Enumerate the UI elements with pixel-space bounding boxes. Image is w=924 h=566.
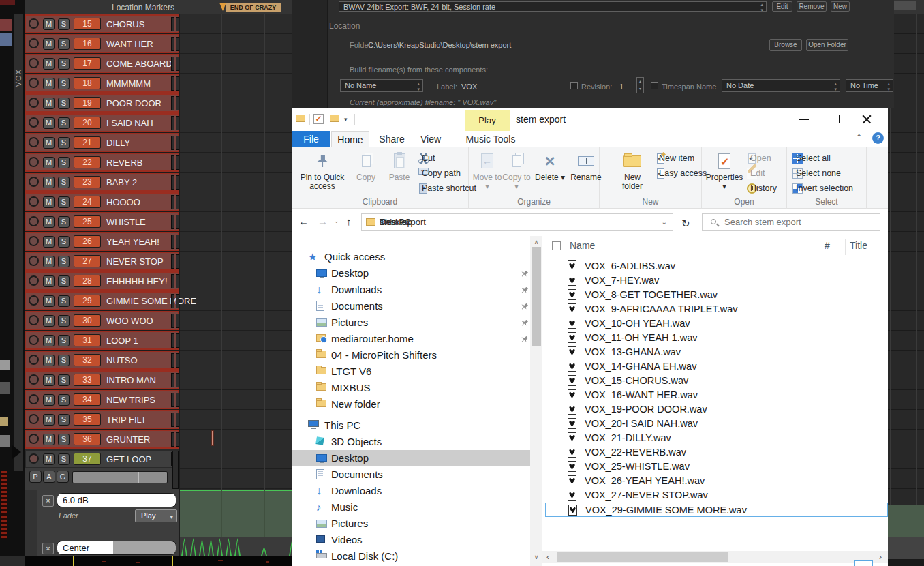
track-row[interactable]: MS37GET LOOP (25, 449, 179, 468)
solo-button[interactable]: S (58, 117, 70, 129)
file-row[interactable]: VOX_19-POOR DOOR.wav (542, 402, 888, 417)
file-row[interactable]: VOX_11-OH YEAH 1.wav (542, 331, 888, 345)
track-row[interactable]: MS15CHORUS (25, 14, 179, 33)
solo-button[interactable]: S (58, 78, 70, 89)
record-arm-button[interactable] (29, 236, 39, 246)
mute-button[interactable]: M (43, 18, 55, 30)
record-arm-button[interactable] (29, 177, 39, 187)
mute-button[interactable]: M (43, 58, 55, 70)
track-row[interactable]: MS18MMMMMM (25, 74, 179, 93)
record-arm-button[interactable] (29, 275, 39, 286)
record-arm-button[interactable] (29, 98, 39, 108)
solo-button[interactable]: S (58, 434, 70, 445)
solo-button[interactable]: S (58, 315, 70, 327)
record-arm-button[interactable] (29, 315, 39, 325)
record-arm-button[interactable] (29, 453, 39, 464)
forward-icon[interactable]: → (318, 215, 328, 227)
close-envelope-button[interactable]: × (42, 543, 54, 554)
export-preset-dropdown[interactable]: BWAV 24bit Export: BWF, 24-bit, Session … (339, 1, 767, 12)
record-arm-button[interactable] (29, 295, 39, 306)
solo-button[interactable]: S (58, 38, 70, 50)
recent-locations-icon[interactable]: ⌄ (334, 218, 339, 224)
solo-button[interactable]: S (58, 177, 70, 188)
close-button[interactable] (856, 110, 878, 128)
mute-button[interactable]: M (43, 374, 55, 386)
track-row[interactable]: MS27NEVER STOP (25, 252, 179, 271)
sidebar-item-desktop[interactable]: Desktop (292, 265, 530, 282)
record-arm-button[interactable] (29, 355, 39, 365)
track-row[interactable]: MS29GIMMIE SOME MORE (25, 291, 179, 310)
solo-button[interactable]: S (58, 275, 70, 287)
mute-button[interactable]: M (43, 177, 55, 188)
track-row[interactable]: MS32NUTSO (25, 351, 179, 370)
solo-button[interactable]: S (58, 374, 70, 386)
track-row[interactable]: MS19POOR DOOR (25, 93, 179, 113)
mute-button[interactable]: M (43, 78, 55, 89)
scrollbar-thumb[interactable] (557, 552, 728, 562)
sidebar-scrollbar[interactable]: ∧ ∨ (530, 236, 542, 566)
file-row[interactable]: VOX_16-WANT HER.wav (542, 388, 888, 402)
new-folder-button[interactable]: New folder (613, 150, 651, 195)
mute-button[interactable]: M (43, 355, 55, 366)
sidebar-item-documents[interactable]: Documents (292, 466, 530, 483)
mute-button[interactable]: M (43, 98, 55, 109)
solo-button[interactable]: S (58, 137, 70, 149)
record-arm-button[interactable] (29, 18, 39, 29)
time-component-dropdown[interactable]: No Time ▴▾ (846, 79, 893, 92)
mute-button[interactable]: M (43, 157, 55, 168)
mute-button[interactable]: M (43, 137, 55, 149)
track-row[interactable]: MS20I SAID NAH (25, 113, 179, 132)
column-title[interactable]: Title (850, 240, 867, 251)
select-all-checkbox[interactable] (552, 241, 561, 250)
view-toggle-button[interactable] (854, 560, 873, 566)
new-preset-button[interactable]: New (831, 1, 850, 12)
mute-button[interactable]: M (43, 335, 55, 346)
track-row[interactable]: MS22REVERB (25, 153, 179, 172)
mute-button[interactable]: M (43, 38, 55, 50)
file-row[interactable]: VOX_22-REVERB.wav (542, 445, 888, 460)
fader-value-field[interactable]: 6.0 dB (57, 493, 176, 507)
track-g-button[interactable]: G (57, 471, 69, 483)
scroll-right-icon[interactable]: › (879, 552, 882, 562)
date-component-dropdown[interactable]: No Date ▴▾ (722, 79, 840, 92)
file-row[interactable]: VOX_10-OH YEAH.wav (542, 316, 888, 331)
sidebar-section-quick-access[interactable]: ★Quick access (292, 249, 530, 265)
tab-view[interactable]: View (413, 131, 448, 147)
properties-icon[interactable]: ✓ (313, 114, 324, 124)
file-row[interactable]: VOX_8-GET TOGETHER.wav (542, 288, 888, 302)
track-row[interactable]: MS33INTRO MAN (25, 370, 179, 389)
solo-button[interactable]: S (58, 216, 70, 228)
qat-customize-icon[interactable]: ▾ (344, 116, 348, 123)
delete-button[interactable]: ×Delete ▾ (534, 150, 566, 195)
record-arm-button[interactable] (29, 216, 39, 226)
pan-value-field[interactable]: Center (57, 541, 176, 555)
sidebar-section-this-pc[interactable]: This PC (292, 417, 530, 434)
track-row[interactable]: MS30WOO WOO (25, 311, 179, 330)
record-arm-button[interactable] (29, 196, 39, 207)
folder-icon[interactable] (296, 115, 305, 122)
folder-icon[interactable] (330, 115, 339, 122)
mute-button[interactable]: M (43, 275, 55, 287)
solo-button[interactable]: S (58, 58, 70, 70)
solo-button[interactable]: S (58, 236, 70, 248)
maximize-button[interactable] (825, 110, 846, 128)
envelope-mode-dropdown[interactable]: Play ▾ (135, 509, 177, 522)
copy-to-button[interactable]: Copy to ▾ (501, 150, 532, 195)
file-row[interactable]: VOX_25-WHISTLE.wav (542, 460, 888, 474)
mute-button[interactable]: M (43, 256, 55, 267)
sidebar-item-new-folder[interactable]: New folder (292, 396, 530, 413)
tab-file[interactable]: File (292, 131, 330, 147)
solo-button[interactable]: S (58, 394, 70, 406)
track-row[interactable]: MS24HOOOO (25, 192, 179, 211)
track-row[interactable]: MS17COME ABOARD (25, 54, 179, 73)
tab-share[interactable]: Share (372, 131, 412, 147)
mute-button[interactable]: M (43, 117, 55, 129)
copy-button[interactable]: Copy (350, 150, 382, 195)
minimize-button[interactable] (793, 110, 815, 128)
record-arm-button[interactable] (29, 256, 39, 266)
file-row[interactable]: VOX_6-ADLIBS.wav (542, 259, 888, 273)
track-row[interactable]: MS25WHISTLE (25, 212, 179, 231)
sidebar-item-downloads[interactable]: ↓Downloads (292, 282, 530, 298)
track-row[interactable]: MS26YEAH YEAH! (25, 232, 179, 251)
search-box[interactable]: Search stem export (702, 213, 880, 231)
